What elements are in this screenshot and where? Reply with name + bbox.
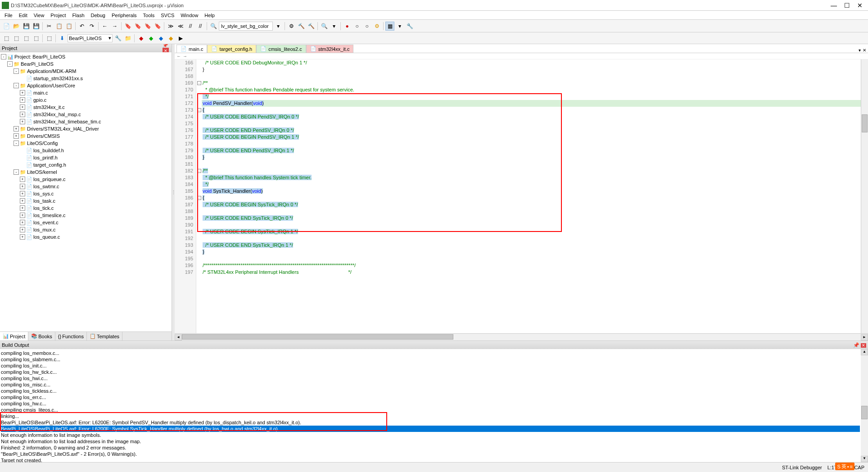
tree-item[interactable]: +📄los_tick.c: [1, 204, 171, 212]
indent-icon[interactable]: ≫: [166, 22, 175, 31]
tree-toggle-icon[interactable]: +: [20, 177, 25, 182]
editor-tab[interactable]: 📄target_config.h: [207, 45, 256, 53]
tree-item[interactable]: +📄stm32l4xx_it.c: [1, 104, 171, 111]
layout-dropdown-icon[interactable]: ▾: [395, 22, 404, 31]
tree-toggle-icon[interactable]: +: [20, 205, 25, 211]
tree-toggle-icon[interactable]: +: [20, 234, 25, 240]
nav-back-icon[interactable]: ←: [100, 22, 109, 31]
tree-item[interactable]: +📄los_priqueue.c: [1, 176, 171, 183]
find-icon[interactable]: 🔍: [209, 22, 218, 31]
tree-toggle-icon[interactable]: -: [14, 68, 19, 74]
tree-toggle-icon[interactable]: +: [20, 104, 25, 110]
tools-icon[interactable]: 🔧: [405, 22, 414, 31]
tree-toggle-icon[interactable]: +: [20, 97, 25, 103]
output-vscrollbar[interactable]: ▲ ▼: [861, 349, 868, 462]
output-line[interactable]: compiling los_slabmem.c...: [1, 356, 860, 363]
tree-item[interactable]: +📄main.c: [1, 89, 171, 96]
output-line[interactable]: compiling los_tickless.c...: [1, 388, 860, 394]
translate-icon[interactable]: ⬚: [2, 34, 11, 43]
menu-flash[interactable]: Flash: [70, 12, 87, 19]
output-line[interactable]: compiling los_init.c...: [1, 363, 860, 369]
build-icon[interactable]: 🔨: [297, 22, 306, 31]
scroll-up-icon[interactable]: ▲: [861, 349, 868, 355]
code-content[interactable]: /* USER CODE END DebugMonitor_IRQn 1 */}…: [202, 59, 861, 333]
nav-back-mini-icon[interactable]: ←: [176, 54, 181, 59]
tree-toggle-icon[interactable]: +: [14, 126, 19, 132]
tree-item[interactable]: +📄los_sys.c: [1, 190, 171, 197]
tree-toggle-icon[interactable]: +: [20, 119, 25, 124]
window-layout-icon[interactable]: ▦: [385, 22, 394, 31]
bookmark-next-icon[interactable]: 🔖: [143, 22, 152, 31]
debug-record-icon[interactable]: ●: [343, 22, 352, 31]
project-tree[interactable]: - 📊 Project: BearPi_LiteOS -📁BearPi_Lite…: [0, 52, 172, 331]
editor-vscrollbar[interactable]: [861, 59, 868, 333]
editor-dropdown-icon[interactable]: ▾: [859, 48, 861, 53]
editor-close-icon[interactable]: ✕: [863, 48, 866, 53]
output-line[interactable]: compiling los_hw.c...: [1, 400, 860, 407]
fold-column[interactable]: ----: [196, 59, 202, 333]
save-all-icon[interactable]: 💾: [32, 22, 41, 31]
menu-tools[interactable]: Tools: [140, 12, 158, 19]
output-line[interactable]: compiling los_misc.c...: [1, 381, 860, 388]
flash-erase-icon[interactable]: ◆: [146, 34, 155, 43]
debug-step-icon[interactable]: ○: [362, 22, 371, 31]
output-line[interactable]: Finished: 2 information, 0 warning and 2…: [1, 445, 860, 451]
output-line[interactable]: linking...: [1, 413, 860, 419]
search-input[interactable]: [219, 22, 273, 31]
tree-toggle-icon[interactable]: -: [1, 54, 6, 59]
output-close-icon[interactable]: ✕: [861, 343, 866, 348]
config-icon[interactable]: ⚙: [287, 22, 296, 31]
copy-icon[interactable]: 📋: [54, 22, 63, 31]
tree-toggle-icon[interactable]: +: [20, 191, 25, 196]
project-root[interactable]: - 📊 Project: BearPi_LiteOS: [1, 53, 171, 60]
output-line[interactable]: "BearPi_LiteOS\BearPi_LiteOS.axf" - 2 Er…: [1, 451, 860, 457]
close-button[interactable]: ✕: [857, 2, 863, 9]
options-icon[interactable]: 🔧: [113, 34, 122, 43]
hscroll-thumb[interactable]: [182, 334, 453, 340]
debug-stop-icon[interactable]: ○: [353, 22, 362, 31]
tree-item[interactable]: 📄los_builddef.h: [1, 147, 171, 154]
output-line[interactable]: BearPi_LiteOS\BearPi_LiteOS.axf: Error: …: [1, 419, 860, 426]
flash-verify-icon[interactable]: ◆: [156, 34, 165, 43]
tree-toggle-icon[interactable]: +: [20, 227, 25, 232]
uncomment-icon[interactable]: //: [196, 22, 205, 31]
search-dropdown-icon[interactable]: ▾: [274, 22, 283, 31]
output-line[interactable]: compiling cmsis_liteos.c...: [1, 407, 860, 413]
batch-build-icon[interactable]: ⬚: [32, 34, 41, 43]
new-icon[interactable]: 📄: [2, 22, 11, 31]
comment-icon[interactable]: //: [186, 22, 195, 31]
scroll-left-icon[interactable]: ◄: [175, 334, 182, 340]
menu-window[interactable]: Window: [178, 12, 201, 19]
tree-item[interactable]: -📁BearPi_LiteOS: [1, 60, 171, 68]
tree-item[interactable]: +📄los_mux.c: [1, 226, 171, 233]
nav-fwd-mini-icon[interactable]: →: [183, 54, 187, 59]
output-line[interactable]: compiling los_err.c...: [1, 394, 860, 400]
menu-project[interactable]: Project: [48, 12, 68, 19]
tree-item[interactable]: -📁Application/MDK-ARM: [1, 68, 171, 75]
output-vscroll-thumb[interactable]: [861, 406, 868, 419]
load-icon[interactable]: ⬇: [58, 34, 67, 43]
tree-toggle-icon[interactable]: -: [14, 83, 19, 88]
editor-tab[interactable]: 📄main.c: [176, 45, 207, 53]
tree-item[interactable]: +📄los_queue.c: [1, 233, 171, 241]
panel-tab-project[interactable]: 📊Project: [0, 332, 28, 340]
zoom-icon[interactable]: 🔍: [320, 22, 329, 31]
outdent-icon[interactable]: ≪: [176, 22, 185, 31]
tree-toggle-icon[interactable]: -: [14, 141, 19, 146]
editor-tab[interactable]: 📄stm32l4xx_it.c: [306, 45, 354, 53]
menu-peripherals[interactable]: Peripherals: [109, 12, 140, 19]
target-select[interactable]: BearPi_LiteOS ▾: [68, 34, 113, 42]
menu-file[interactable]: File: [2, 12, 15, 19]
tree-toggle-icon[interactable]: -: [14, 169, 19, 175]
code-editor[interactable]: 1661671681691701711721731741751761771781…: [175, 59, 861, 333]
zoom-dropdown-icon[interactable]: ▾: [330, 22, 339, 31]
rebuild-icon[interactable]: 🔨: [307, 22, 316, 31]
bookmark-clear-icon[interactable]: 🔖: [153, 22, 162, 31]
tree-item[interactable]: -📁LiteOS/kernel: [1, 168, 171, 176]
tree-toggle-icon[interactable]: +: [20, 198, 25, 204]
output-line[interactable]: compiling los_membox.c...: [1, 350, 860, 356]
tree-item[interactable]: +📄los_swtmr.c: [1, 183, 171, 190]
tree-item[interactable]: 📄startup_stm32l431xx.s: [1, 75, 171, 82]
editor-hscrollbar[interactable]: ◄ ►: [175, 333, 868, 340]
tree-item[interactable]: +📄los_timeslice.c: [1, 212, 171, 219]
